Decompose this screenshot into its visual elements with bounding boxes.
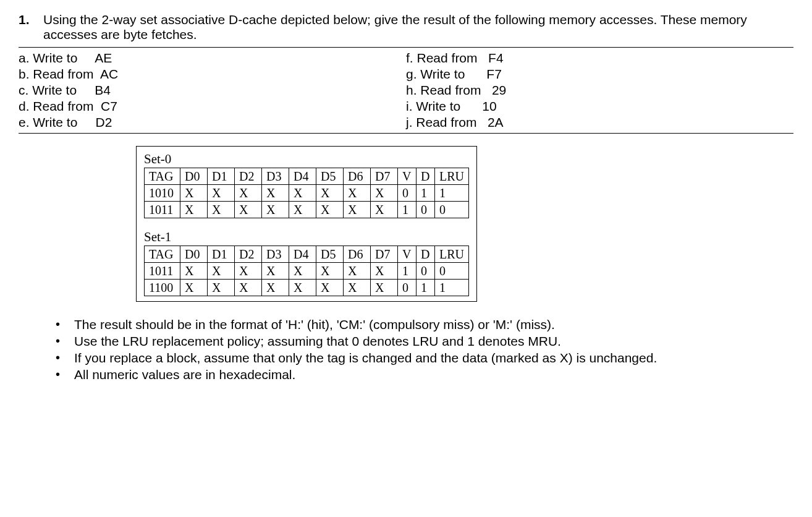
cell-d2: X (235, 280, 262, 296)
col-d0: D0 (180, 168, 208, 185)
cell-d7: X (371, 280, 398, 296)
cell-d7: X (371, 185, 398, 202)
col-d4: D4 (289, 168, 316, 185)
col-tag: TAG (145, 246, 180, 263)
cell-v: 1 (398, 202, 417, 218)
col-d2: D2 (235, 168, 262, 185)
col-d4: D4 (289, 246, 316, 263)
cell-d7: X (371, 202, 398, 218)
cell-d6: X (344, 202, 371, 218)
cell-lru: 1 (435, 280, 469, 296)
col-d3: D3 (262, 246, 289, 263)
access-j: j. Read from 2A (406, 114, 793, 130)
cell-d0: X (180, 263, 208, 280)
access-d: d. Read from C7 (19, 98, 406, 114)
cell-tag: 1011 (145, 202, 180, 218)
cell-d0: X (180, 202, 208, 218)
table-row: 1100 X X X X X X X X 0 1 1 (145, 280, 469, 296)
question-number: 1. (19, 12, 43, 27)
col-tag: TAG (145, 168, 180, 185)
cell-tag: 1100 (145, 280, 180, 296)
col-d0: D0 (180, 246, 208, 263)
cell-dirty: 1 (417, 280, 435, 296)
col-lru: LRU (435, 246, 469, 263)
set-1-label: Set-1 (144, 229, 469, 245)
cell-d6: X (344, 185, 371, 202)
set-0-label: Set-0 (144, 152, 469, 167)
col-d5: D5 (316, 168, 344, 185)
col-d: D (417, 246, 435, 263)
cell-dirty: 0 (417, 263, 435, 280)
cell-d4: X (289, 280, 316, 296)
access-f: f. Read from F4 (406, 50, 793, 66)
accesses-right-column: f. Read from F4 g. Write to F7 h. Read f… (406, 50, 793, 130)
col-v: V (398, 246, 417, 263)
col-d6: D6 (344, 246, 371, 263)
cell-d0: X (180, 280, 208, 296)
access-b: b. Read from AC (19, 66, 406, 82)
cell-d2: X (235, 185, 262, 202)
question-header: 1. Using the 2-way set associative D-cac… (19, 12, 793, 42)
cell-lru: 0 (435, 202, 469, 218)
cell-d2: X (235, 202, 262, 218)
cell-d1: X (208, 263, 235, 280)
col-d3: D3 (262, 168, 289, 185)
access-h: h. Read from 29 (406, 82, 793, 98)
cell-d2: X (235, 263, 262, 280)
col-d2: D2 (235, 246, 262, 263)
access-e: e. Write to D2 (19, 114, 406, 130)
question-text: Using the 2-way set associative D-cache … (43, 12, 793, 42)
cell-d3: X (262, 263, 289, 280)
cell-d5: X (316, 185, 344, 202)
cell-d4: X (289, 202, 316, 218)
cell-d4: X (289, 263, 316, 280)
cache-box: Set-0 TAG D0 D1 D2 D3 D4 D5 D6 D7 V D LR… (136, 146, 477, 302)
table-row: 1011 X X X X X X X X 1 0 0 (145, 202, 469, 218)
cell-d5: X (316, 280, 344, 296)
table-header-row: TAG D0 D1 D2 D3 D4 D5 D6 D7 V D LRU (145, 246, 469, 263)
cell-lru: 1 (435, 185, 469, 202)
cell-tag: 1010 (145, 185, 180, 202)
cell-lru: 0 (435, 263, 469, 280)
col-d1: D1 (208, 246, 235, 263)
cell-d5: X (316, 202, 344, 218)
cell-d1: X (208, 202, 235, 218)
col-d7: D7 (371, 168, 398, 185)
note-item: Use the LRU replacement policy; assuming… (56, 334, 793, 349)
cell-d6: X (344, 263, 371, 280)
notes-list: The result should be in the format of 'H… (56, 317, 793, 382)
cell-v: 0 (398, 185, 417, 202)
cell-v: 0 (398, 280, 417, 296)
table-header-row: TAG D0 D1 D2 D3 D4 D5 D6 D7 V D LRU (145, 168, 469, 185)
cell-dirty: 0 (417, 202, 435, 218)
table-row: 1010 X X X X X X X X 0 1 1 (145, 185, 469, 202)
set-1-table: TAG D0 D1 D2 D3 D4 D5 D6 D7 V D LRU 1011… (144, 246, 469, 296)
col-d: D (417, 168, 435, 185)
cell-d1: X (208, 280, 235, 296)
table-row: 1011 X X X X X X X X 1 0 0 (145, 263, 469, 280)
col-d7: D7 (371, 246, 398, 263)
col-d5: D5 (316, 246, 344, 263)
cell-v: 1 (398, 263, 417, 280)
col-d6: D6 (344, 168, 371, 185)
set-0-table: TAG D0 D1 D2 D3 D4 D5 D6 D7 V D LRU 1010… (144, 168, 469, 218)
accesses-left-column: a. Write to AE b. Read from AC c. Write … (19, 50, 406, 130)
col-d1: D1 (208, 168, 235, 185)
cell-d3: X (262, 202, 289, 218)
cache-container: Set-0 TAG D0 D1 D2 D3 D4 D5 D6 D7 V D LR… (136, 146, 793, 302)
cell-d0: X (180, 185, 208, 202)
cell-dirty: 1 (417, 185, 435, 202)
cell-tag: 1011 (145, 263, 180, 280)
access-a: a. Write to AE (19, 50, 406, 66)
cell-d7: X (371, 263, 398, 280)
cell-d3: X (262, 185, 289, 202)
cell-d4: X (289, 185, 316, 202)
access-i: i. Write to 10 (406, 98, 793, 114)
cell-d6: X (344, 280, 371, 296)
note-item: If you replace a block, assume that only… (56, 351, 793, 365)
memory-accesses-box: a. Write to AE b. Read from AC c. Write … (19, 47, 793, 134)
cell-d5: X (316, 263, 344, 280)
note-item: All numeric values are in hexadecimal. (56, 367, 793, 382)
access-c: c. Write to B4 (19, 82, 406, 98)
col-lru: LRU (435, 168, 469, 185)
